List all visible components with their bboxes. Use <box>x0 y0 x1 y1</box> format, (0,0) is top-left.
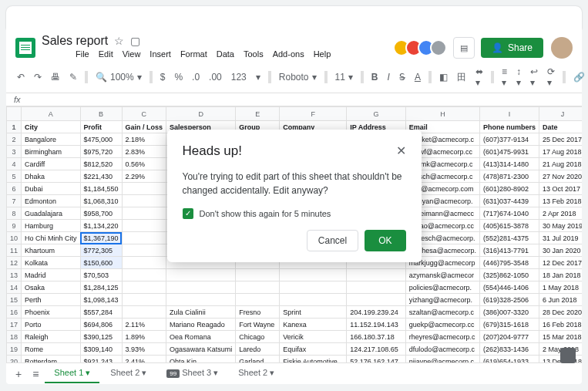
redo-icon[interactable]: ↷ <box>32 70 43 84</box>
cell[interactable]: Perth <box>22 294 81 306</box>
cell[interactable]: 18 Jan 2018 <box>539 269 582 281</box>
cell[interactable]: 52.176.162.147 <box>347 356 406 363</box>
column-header[interactable]: F <box>280 107 347 121</box>
cell[interactable]: (478)871-2300 <box>480 170 539 183</box>
close-icon[interactable]: ✕ <box>396 143 406 158</box>
text-color-icon[interactable]: A <box>413 70 422 84</box>
number-format-select[interactable]: 123 <box>230 70 248 84</box>
cell[interactable]: 31 Jul 2019 <box>539 232 582 244</box>
row-header[interactable]: 5 <box>7 170 22 183</box>
cell[interactable]: Kolkata <box>22 257 81 269</box>
menu-tools[interactable]: Tools <box>244 49 264 59</box>
menu-help[interactable]: Help <box>314 49 331 59</box>
column-header[interactable]: C <box>122 107 166 121</box>
cell[interactable]: (446)795-3548 <box>480 257 539 269</box>
add-sheet-button[interactable]: + <box>11 365 26 383</box>
cell[interactable] <box>122 244 166 257</box>
cell[interactable] <box>347 269 406 281</box>
sheet-tab[interactable]: Sheet 2 ▾ <box>229 364 284 383</box>
percent-icon[interactable]: % <box>173 70 184 84</box>
menu-addons[interactable]: Add-ons <box>273 49 304 59</box>
cell[interactable]: (679)315-1618 <box>480 319 539 331</box>
row-header[interactable]: 4 <box>7 158 22 170</box>
comment-button[interactable]: ▤ <box>453 37 475 59</box>
row-header[interactable]: 20 <box>7 356 22 363</box>
cell[interactable] <box>166 269 236 281</box>
row-header[interactable]: 13 <box>7 269 22 281</box>
cell[interactable] <box>280 281 347 294</box>
merge-icon[interactable]: ⬌ ▾ <box>474 65 485 89</box>
cell[interactable]: $958,700 <box>80 207 122 220</box>
cell[interactable] <box>347 281 406 294</box>
undo-icon[interactable]: ↶ <box>15 70 26 84</box>
cell[interactable]: Oea Romana <box>166 331 236 343</box>
cell[interactable]: $221,430 <box>80 170 122 183</box>
cell[interactable]: Birmingham <box>22 146 81 158</box>
cell[interactable] <box>236 294 280 306</box>
cell[interactable] <box>166 294 236 306</box>
currency-icon[interactable]: $ <box>159 70 167 84</box>
cell[interactable]: Sprint <box>280 306 347 319</box>
cell[interactable]: 1 May 2018 <box>539 281 582 294</box>
row-header[interactable]: 7 <box>7 195 22 207</box>
browser-tab[interactable] <box>6 6 582 29</box>
cell[interactable]: 13 Oct 2017 <box>539 183 582 195</box>
cell[interactable]: $309,140 <box>80 343 122 356</box>
cell[interactable]: $812,520 <box>80 158 122 170</box>
cell[interactable] <box>122 269 166 281</box>
cell[interactable]: (316)413-7791 <box>480 244 539 257</box>
row-header[interactable]: 11 <box>7 244 22 257</box>
cell[interactable]: 21 Aug 2018 <box>539 158 582 170</box>
cell[interactable] <box>122 306 166 319</box>
cell[interactable]: dfulodo@acmecorp.c <box>405 343 479 356</box>
halign-icon[interactable]: ≡ ▾ <box>500 65 509 89</box>
cell[interactable]: Rotterdam <box>22 356 81 363</box>
cell[interactable]: Edmonton <box>22 195 81 207</box>
column-header[interactable] <box>7 107 22 121</box>
strikethrough-icon[interactable]: S̶ <box>398 70 407 84</box>
row-header[interactable]: 15 <box>7 294 22 306</box>
cell[interactable] <box>280 294 347 306</box>
column-header[interactable]: I <box>480 107 539 121</box>
cell[interactable]: (601)475-9931 <box>480 146 539 158</box>
header-cell[interactable]: Date <box>539 121 582 133</box>
sheet-tab[interactable]: 99Sheet 3 ▾ <box>157 364 227 383</box>
cell[interactable]: Kanexa <box>280 319 347 331</box>
cell[interactable]: $694,806 <box>80 319 122 331</box>
increase-decimal-icon[interactable]: .00 <box>207 70 223 84</box>
cell[interactable]: 0.56% <box>122 158 166 170</box>
cell[interactable]: rheyres@acmecorp.c <box>405 331 479 343</box>
cancel-button[interactable]: Cancel <box>307 230 358 251</box>
cell[interactable]: $921,243 <box>80 356 122 363</box>
column-header[interactable]: G <box>347 107 406 121</box>
cell[interactable]: (619)328-2506 <box>480 294 539 306</box>
cell[interactable]: (413)314-1480 <box>480 158 539 170</box>
cell[interactable]: Rome <box>22 343 81 356</box>
cell[interactable] <box>122 281 166 294</box>
cell[interactable]: (631)037-4439 <box>480 195 539 207</box>
cell[interactable]: 12 Dec 2017 <box>539 257 582 269</box>
row-header[interactable]: 14 <box>7 281 22 294</box>
cell[interactable]: Vericik <box>280 331 347 343</box>
cell[interactable]: $475,000 <box>80 133 122 146</box>
cell[interactable]: Dhaka <box>22 170 81 183</box>
cell[interactable]: 25 Dec 2017 <box>539 133 582 146</box>
cell[interactable]: (405)615-3878 <box>480 220 539 232</box>
cell[interactable]: Osaka <box>22 281 81 294</box>
cell[interactable]: 30 Jan 2020 <box>539 244 582 257</box>
wrap-icon[interactable]: ↩ ▾ <box>529 65 539 89</box>
cell[interactable]: $390,125 <box>80 331 122 343</box>
sheet-tab[interactable]: Sheet 1 ▾ <box>45 364 99 383</box>
cell[interactable]: (607)377-9134 <box>480 133 539 146</box>
menu-edit[interactable]: Edit <box>99 49 113 59</box>
cell[interactable]: (717)674-1040 <box>480 207 539 220</box>
cell[interactable]: Garland <box>236 356 280 363</box>
cell[interactable]: Ho Chi Minh City <box>22 232 81 244</box>
cell[interactable]: $1,134,220 <box>80 220 122 232</box>
row-header[interactable]: 6 <box>7 183 22 195</box>
cell[interactable]: 13 Feb 2018 <box>539 195 582 207</box>
ok-button[interactable]: OK <box>365 230 405 251</box>
cell[interactable]: Raleigh <box>22 331 81 343</box>
cell[interactable]: (262)833-1436 <box>480 343 539 356</box>
cell[interactable] <box>122 195 166 207</box>
